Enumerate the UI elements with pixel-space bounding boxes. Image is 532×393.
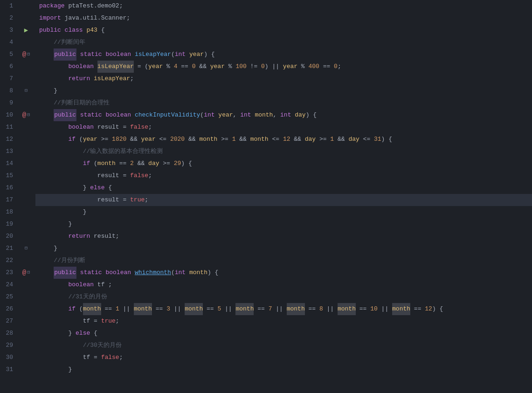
debug-breakpoint-icon-23[interactable]: @ — [22, 267, 26, 279]
keyword-import: import — [39, 12, 61, 24]
keyword-class: class — [65, 24, 87, 36]
line-num-6: 6 — [0, 61, 17, 73]
gutter-25 — [17, 291, 35, 303]
keyword-int-10a: int — [204, 109, 214, 121]
space-10b — [102, 109, 106, 121]
op-26f: || — [221, 303, 235, 315]
num-5-26: 5 — [217, 303, 221, 315]
line-num-30: 30 — [0, 352, 17, 364]
space-5b — [102, 48, 106, 61]
code-line-7: return isLeapYear ; — [35, 73, 532, 85]
op-14c: >= — [159, 158, 174, 170]
comment-25: //31天的月份 — [68, 291, 107, 303]
indent-10 — [39, 109, 54, 121]
keyword-else-28: else — [76, 327, 90, 339]
space-23c — [131, 267, 135, 279]
code-line-24: boolean tf ; — [35, 279, 532, 291]
num-3-26: 3 — [166, 303, 170, 315]
gutter-30 — [17, 352, 35, 364]
op-12b: && — [126, 133, 141, 145]
fold-icon-10[interactable]: ⊟ — [27, 109, 30, 121]
brace-19: } — [68, 218, 72, 230]
code-line-14: if ( month == 2 && day >= 29 ) { — [35, 158, 532, 170]
var-year-6a: year — [148, 61, 163, 73]
num-100-6: 100 — [235, 61, 246, 73]
gutter-3[interactable]: ▶ — [17, 24, 35, 36]
var-month-26b: month — [134, 303, 152, 315]
gutter-21[interactable]: ⊟ — [17, 242, 35, 255]
line-num-14: 14 — [0, 158, 17, 170]
gutter-8[interactable]: ⊟ — [17, 85, 35, 97]
gutter-17 — [17, 194, 35, 206]
indent-24 — [39, 279, 68, 291]
line-num-24: 24 — [0, 279, 17, 291]
gutter-1 — [17, 0, 35, 12]
var-month-26d: month — [235, 303, 254, 315]
indent-29 — [39, 339, 83, 352]
indent-8 — [39, 85, 54, 97]
fold-icon-21[interactable]: ⊟ — [25, 242, 28, 255]
param-year-5: year — [189, 48, 204, 61]
run-icon[interactable]: ▶ — [24, 24, 28, 36]
paren-14b: ) { — [181, 158, 192, 170]
line-num-21: 21 — [0, 242, 17, 255]
keyword-false-30: false — [101, 352, 119, 364]
paren-5b: ) { — [204, 48, 214, 61]
keyword-int-5: int — [175, 48, 186, 61]
indent-23 — [39, 267, 54, 279]
line-num-3: 3 — [0, 24, 17, 36]
code-line-26: if ( month == 1 || month == 3 || month =… — [35, 303, 532, 315]
paren-5a: ( — [171, 48, 175, 61]
code-line-28: } else { — [35, 327, 532, 339]
line-num-22: 22 — [0, 255, 17, 267]
line-num-16: 16 — [0, 182, 17, 194]
debug-breakpoint-icon-10[interactable]: @ — [22, 109, 26, 121]
keyword-if-26: if — [68, 303, 76, 315]
code-line-21: } — [35, 242, 532, 255]
semi-17: ; — [145, 194, 148, 206]
keyword-if-12: if — [68, 133, 76, 145]
indent-7 — [39, 73, 68, 85]
op-12h: && — [290, 133, 305, 145]
line-num-17: 17 — [0, 194, 17, 206]
line-num-20: 20 — [0, 230, 17, 242]
op-6c: && — [196, 61, 210, 73]
gutter-27 — [17, 315, 35, 327]
code-line-25: //31天的月份 — [35, 291, 532, 303]
code-line-9: //判断日期的合理性 — [35, 97, 532, 109]
var-day-12b: day — [348, 133, 359, 145]
gutter-10[interactable]: @ ⊟ — [17, 109, 35, 121]
num-0-6c: 0 — [334, 61, 338, 73]
line-num-23: 23 — [0, 267, 17, 279]
semi-11: ; — [148, 121, 152, 133]
line-num-13: 13 — [0, 145, 17, 158]
indent-4 — [39, 36, 54, 48]
space-10d — [215, 109, 219, 121]
code-line-5: public static boolean isLeapYear ( int y… — [35, 48, 532, 61]
keyword-boolean-24: boolean — [68, 279, 94, 291]
keyword-return-20: return — [68, 230, 90, 242]
gutter-23[interactable]: @ ⊟ — [17, 267, 35, 279]
paren-23b: ) { — [207, 267, 218, 279]
indent-31 — [39, 364, 68, 376]
fold-icon-23[interactable]: ⊟ — [27, 267, 30, 279]
tf-27: tf = — [83, 315, 101, 327]
keyword-true-27: true — [101, 315, 116, 327]
gutter-2 — [17, 12, 35, 24]
var-year-6c: year — [283, 61, 297, 73]
fold-icon-5[interactable]: ⊟ — [27, 48, 30, 61]
param-day-10: day — [295, 109, 305, 121]
indent-13 — [39, 145, 83, 158]
import-path: java.util.Scanner; — [61, 12, 130, 24]
code-line-17: result = true ; — [35, 194, 532, 206]
line-num-12: 12 — [0, 133, 17, 145]
op-26m: == — [410, 303, 425, 315]
line-numbers: 1 2 3 4 5 6 7 8 9 10 11 12 13 14 15 16 1… — [0, 0, 17, 393]
debug-breakpoint-icon-5[interactable]: @ — [22, 48, 26, 61]
fold-icon-8[interactable]: ⊟ — [25, 85, 28, 97]
gutter-5[interactable]: @ ⊟ — [17, 48, 35, 61]
indent-16 — [39, 182, 83, 194]
var-month-26c: month — [185, 303, 203, 315]
semi-27: ; — [116, 315, 119, 327]
brace-31: } — [68, 364, 72, 376]
